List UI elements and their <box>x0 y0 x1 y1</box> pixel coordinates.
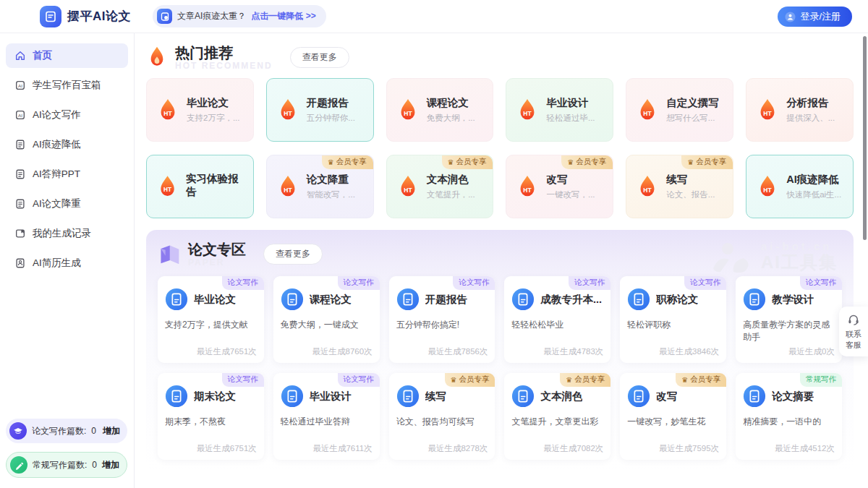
doc-icon <box>743 385 766 408</box>
vip-tag: ♛会员专享 <box>560 373 610 387</box>
vip-badge: ♛会员专享 <box>561 155 613 169</box>
paper-card-zhicheng-lunwen[interactable]: 论文写作 职称论文 轻松评职称 最近生成3846次 <box>620 276 726 363</box>
sidebar-item-student-toolbox[interactable]: AI 学生写作百宝箱 <box>6 73 128 98</box>
hot-card-kaiti-baogao[interactable]: HT 开题报告五分钟帮你... <box>266 78 374 142</box>
paper-card-subtitle: 期末季，不熬夜 <box>165 416 257 428</box>
vertical-scrollbar[interactable] <box>863 36 867 240</box>
category-tag: 论文写作 <box>222 373 264 387</box>
login-label: 登录/注册 <box>800 10 841 23</box>
svg-text:HT: HT <box>284 110 292 117</box>
paper-card-title: 期末论文 <box>194 390 236 403</box>
notice-action-link[interactable]: 点击一键降低 >> <box>251 10 315 22</box>
paper-card-title: 职称论文 <box>656 293 698 307</box>
category-tag: 论文写作 <box>222 276 264 290</box>
paper-card-gaixie[interactable]: ♛会员专享 改写 一键改写，妙笔生花 最近生成7595次 <box>620 373 726 460</box>
paper-card-wenben-runse[interactable]: ♛会员专享 文本润色 文笔提升，文章更出彩 最近生成7082次 <box>504 373 610 460</box>
hot-card-xuxie[interactable]: ♛会员专享 HT 续写论文、报告... <box>626 155 733 218</box>
contact-service-button[interactable]: 联系 客服 <box>839 307 868 356</box>
doc-icon <box>511 385 535 408</box>
paper-quota-label: 论文写作篇数: <box>32 425 86 437</box>
sidebar-item-home[interactable]: 首页 <box>6 43 128 68</box>
sidebar-label: AI答辩PPT <box>33 168 80 181</box>
app-title: 摆平AI论文 <box>67 8 131 25</box>
normal-quota-add-button[interactable]: 增加 <box>102 459 119 471</box>
hot-card-ai-trace-reduce[interactable]: HT AI痕迹降低快速降低ai生... <box>746 155 854 218</box>
paper-card-title: 文本润色 <box>540 390 582 403</box>
crown-icon: ♛ <box>566 376 572 384</box>
flame-ht-icon: HT <box>396 174 420 199</box>
crown-icon: ♛ <box>451 376 457 384</box>
hot-card-kecheng-lunwen[interactable]: HT 课程论文免费大纲，... <box>386 78 494 142</box>
svg-text:HT: HT <box>163 110 172 117</box>
hot-card-shixi-baogao[interactable]: HT 实习体验报告 <box>146 155 254 218</box>
svg-text:HT: HT <box>644 110 652 117</box>
paper-card-jiaoxue-sheji[interactable]: 论文写作 教学设计 高质量教学方案的灵感助手 最近生成0次 <box>736 276 842 363</box>
sidebar-nav: 首页 AI 学生写作百宝箱 AI AI论文写作 AI痕迹降低 AI答辩PPT A… <box>0 33 135 488</box>
flame-ht-icon: HT <box>635 98 660 122</box>
generation-count: 最近生成4512次 <box>775 443 835 454</box>
hot-card-fenxi-baogao[interactable]: HT 分析报告提供深入、... <box>746 78 854 142</box>
notice-banner[interactable]: 文章AI痕迹太重？ 点击一键降低 >> <box>153 5 326 27</box>
paper-card-kecheng-lunwen[interactable]: 论文写作 课程论文 免费大纲，一键成文 最近生成8760次 <box>273 276 380 363</box>
sidebar-item-ai-defense-ppt[interactable]: AI答辩PPT <box>6 162 128 187</box>
svg-text:HT: HT <box>524 187 532 194</box>
generation-count: 最近生成8278次 <box>427 443 488 454</box>
hot-card-subtitle: 快速降低ai生... <box>786 189 841 200</box>
svg-text:HT: HT <box>404 187 412 194</box>
paper-card-lunwen-zhaiyao[interactable]: 常规写作 论文摘要 精准摘要，一语中的 最近生成4512次 <box>736 373 842 460</box>
paper-card-subtitle: 轻松评职称 <box>627 319 719 331</box>
app-logo[interactable]: 摆平AI论文 <box>0 6 131 27</box>
paper-card-title: 改写 <box>656 390 677 403</box>
hot-recommend-section: 热门推荐 HOT RECOMMEND 查看更多 HT 毕业论文支持2万字，...… <box>135 33 868 218</box>
sidebar-item-ai-trace-reduce[interactable]: AI痕迹降低 <box>6 132 128 157</box>
paper-see-more-button[interactable]: 查看更多 <box>263 244 323 265</box>
sidebar-item-ai-paper-writing[interactable]: AI AI论文写作 <box>6 103 128 127</box>
hot-see-more-button[interactable]: 查看更多 <box>290 47 349 68</box>
hot-card-title: 自定义撰写 <box>666 96 719 109</box>
hot-card-subtitle: 五分钟帮你... <box>307 113 355 124</box>
paper-card-chengjiao-zhuanshengben[interactable]: 论文写作 成教专升本... 轻轻松松毕业 最近生成4783次 <box>504 276 610 363</box>
flame-ht-icon: HT <box>755 174 780 199</box>
paper-card-qimo-lunwen[interactable]: 论文写作 期末论文 期末季，不熬夜 最近生成6751次 <box>158 373 264 460</box>
sidebar-item-ai-resume[interactable]: AI简历生成 <box>6 251 128 275</box>
paper-card-xuxie[interactable]: ♛会员专享 续写 论文、报告均可续写 最近生成8278次 <box>389 373 495 460</box>
hot-card-title: 毕业论文 <box>187 96 239 109</box>
doc-icon <box>743 288 766 311</box>
svg-text:HT: HT <box>763 187 772 194</box>
paper-card-biye-sheji[interactable]: 论文写作 毕业设计 轻松通过毕业答辩 最近生成7611次 <box>273 373 380 460</box>
flame-ht-icon: HT <box>156 98 180 122</box>
paper-card-kaiti-baogao[interactable]: 论文写作 开题报告 五分钟帮你搞定! 最近生成7856次 <box>389 276 495 363</box>
hot-card-wenben-runse[interactable]: ♛会员专享 HT 文本润色文笔提升，... <box>386 155 494 218</box>
normal-quota-value: 0 <box>92 460 97 470</box>
paper-zone-section: ai-bot.cn AI工具集 论文专区 PAPER 查看更多 论文写作 毕业论 <box>146 230 854 471</box>
hot-card-zidingyi-zhuanxie[interactable]: HT 自定义撰写想写什么写... <box>626 78 733 142</box>
toolbox-icon: AI <box>14 80 26 91</box>
hot-card-biye-lunwen[interactable]: HT 毕业论文支持2万字，... <box>146 78 254 142</box>
paper-card-title: 毕业设计 <box>310 390 352 403</box>
document-trace-icon <box>157 9 172 24</box>
hot-card-title: 毕业设计 <box>546 96 595 109</box>
paper-quota-pill[interactable]: 论文写作篇数: 0 增加 <box>6 419 127 443</box>
login-register-button[interactable]: 登录/注册 <box>778 7 852 27</box>
normal-quota-pill[interactable]: 常规写作篇数: 0 增加 <box>6 452 127 478</box>
doc-icon <box>627 385 650 408</box>
hot-card-title: 改写 <box>546 173 595 186</box>
hot-card-lunwen-jiangzhong[interactable]: ♛会员专享 HT 论文降重智能改写，... <box>266 155 374 218</box>
hot-card-gaixie[interactable]: ♛会员专享 HT 改写一键改写，... <box>506 155 613 218</box>
svg-text:HT: HT <box>163 187 171 193</box>
sidebar-label: AI论文写作 <box>33 108 81 121</box>
paper-card-subtitle: 支持2万字，提供文献 <box>165 319 257 331</box>
vip-badge: ♛会员专享 <box>322 155 373 169</box>
sidebar-label: AI痕迹降低 <box>33 138 81 151</box>
doc-icon <box>281 385 304 408</box>
sidebar-item-ai-dedup[interactable]: AI论文降重 <box>6 192 128 216</box>
paper-card-subtitle: 精准摘要，一语中的 <box>743 416 835 428</box>
flame-ht-icon: HT <box>515 98 540 122</box>
paper-card-biye-lunwen[interactable]: 论文写作 毕业论文 支持2万字，提供文献 最近生成7651次 <box>158 276 264 363</box>
doc-icon <box>165 288 188 311</box>
hot-card-biye-sheji[interactable]: HT 毕业设计轻松通过毕... <box>506 78 613 142</box>
paper-quota-add-button[interactable]: 增加 <box>103 425 120 437</box>
crown-icon: ♛ <box>687 158 694 166</box>
sidebar-item-my-records[interactable]: 我的生成记录 <box>6 221 128 246</box>
hot-card-title: 论文降重 <box>307 173 355 186</box>
